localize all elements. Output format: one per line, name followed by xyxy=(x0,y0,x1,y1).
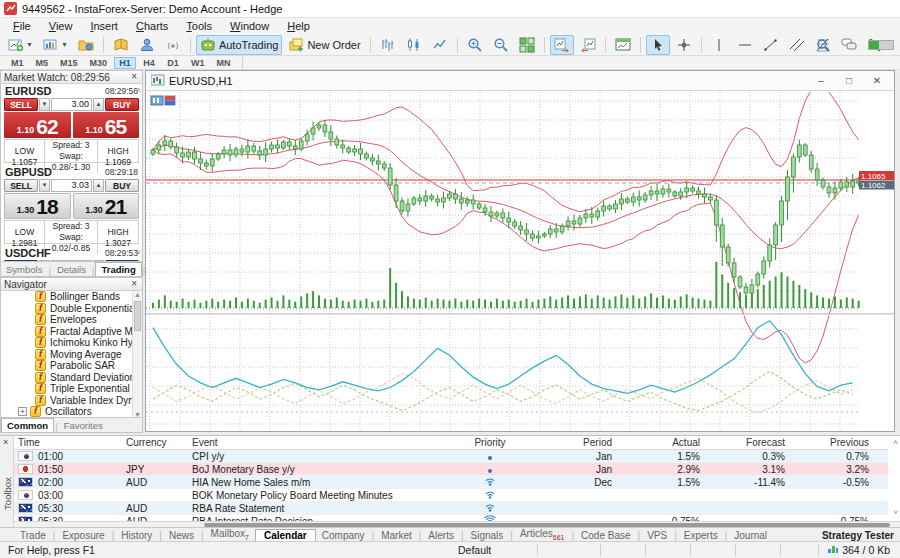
calendar-event-row[interactable]: 02:00AUDHIA New Home Sales m/mDec1.5%-11… xyxy=(14,476,888,489)
maximize-icon[interactable]: □ xyxy=(843,75,855,86)
autotrading-button[interactable]: AutoTrading xyxy=(196,35,283,55)
sell-button[interactable]: SELL xyxy=(4,179,38,192)
expand-icon[interactable]: + xyxy=(18,407,27,416)
calendar-event-row[interactable]: 01:50JPYBoJ Monetary Base y/yJan2.9%3.1%… xyxy=(14,463,888,476)
menu-item-file[interactable]: File xyxy=(4,19,40,33)
search-button[interactable] xyxy=(811,35,835,55)
profiles-button[interactable]: ▼ xyxy=(39,35,72,55)
calendar-event-row[interactable]: 05:30AUDRBA Rate Statement xyxy=(14,502,888,515)
tab-market[interactable]: Market xyxy=(375,530,418,541)
menu-item-insert[interactable]: Insert xyxy=(81,19,127,33)
tree-item-standard-deviation[interactable]: fStandard Deviation xyxy=(1,372,142,384)
tab-details[interactable]: Details xyxy=(52,263,91,276)
symbol-header[interactable]: GBPUSD08:29:18 xyxy=(1,165,142,178)
column-header-event[interactable]: Event xyxy=(192,437,432,448)
timeframe-w1-button[interactable]: W1 xyxy=(186,57,210,69)
tab-code-base[interactable]: Code Base xyxy=(575,530,636,541)
menu-item-view[interactable]: View xyxy=(40,19,82,33)
timeframe-mn-button[interactable]: MN xyxy=(212,57,236,69)
timeframe-h4-button[interactable]: H4 xyxy=(138,57,160,69)
close-icon[interactable]: ✕ xyxy=(871,75,883,86)
scroll-down-icon[interactable]: ˅ xyxy=(893,508,898,517)
navigator-scrollbar[interactable]: ▲ ▼ xyxy=(132,291,142,418)
column-header-actual[interactable]: Actual xyxy=(620,437,708,448)
tree-item-envelopes[interactable]: fEnvelopes xyxy=(1,314,142,326)
history-center-button[interactable] xyxy=(74,35,98,55)
column-header-time[interactable]: Time xyxy=(14,437,126,448)
candlestick-chart-button[interactable] xyxy=(402,35,426,55)
tab-symbols[interactable]: Symbols xyxy=(1,263,47,276)
scroll-up-icon[interactable]: ˄ xyxy=(893,438,898,447)
symbol-header[interactable]: USDCHF08:29:53 xyxy=(1,246,142,259)
tree-item-double-exponential[interactable]: fDouble Exponential xyxy=(1,303,142,315)
channel-button[interactable] xyxy=(785,35,809,55)
calendar-event-row[interactable]: 03:00BOK Monetary Policy Board Meeting M… xyxy=(14,489,888,502)
zoom-in-button[interactable] xyxy=(463,35,487,55)
horizontal-line-button[interactable] xyxy=(733,35,757,55)
tile-windows-button[interactable] xyxy=(515,35,539,55)
timeframe-h1-button[interactable]: H1 xyxy=(114,57,136,69)
tab-vps[interactable]: VPS xyxy=(641,530,673,541)
timeframe-m5-button[interactable]: M5 xyxy=(31,57,54,69)
tree-item-triple-exponential-m[interactable]: fTriple Exponential M xyxy=(1,383,142,395)
chart-shift-button[interactable] xyxy=(576,35,600,55)
tab-alerts[interactable]: Alerts xyxy=(422,530,460,541)
menu-item-help[interactable]: Help xyxy=(278,19,319,33)
chevron-up-icon[interactable]: ▲ xyxy=(93,179,104,192)
indicators-button[interactable] xyxy=(611,35,635,55)
tab-news[interactable]: News xyxy=(163,530,200,541)
menu-item-window[interactable]: Window xyxy=(221,19,278,33)
crosshair-button[interactable] xyxy=(672,35,696,55)
bar-chart-button[interactable] xyxy=(376,35,400,55)
volume-value[interactable]: 3.00 xyxy=(51,98,92,111)
close-icon[interactable]: × xyxy=(3,437,8,447)
scrollbar-thumb[interactable] xyxy=(134,301,141,331)
tab-trade[interactable]: Trade xyxy=(14,530,52,541)
close-icon[interactable]: × xyxy=(129,279,139,289)
navigator-toggle-button[interactable] xyxy=(135,35,159,55)
sell-button[interactable]: SELL xyxy=(4,98,38,111)
auto-scroll-button[interactable] xyxy=(550,35,574,55)
zoom-out-button[interactable] xyxy=(489,35,513,55)
tree-item-fractal-adaptive-mo[interactable]: fFractal Adaptive Mo xyxy=(1,326,142,338)
tree-item-oscillators[interactable]: +fOscillators xyxy=(1,406,142,418)
chart-canvas[interactable]: 1.10651.1062 xyxy=(146,92,894,431)
market-watch-toggle-button[interactable] xyxy=(109,35,133,55)
chevron-up-icon[interactable]: ▲ xyxy=(93,98,104,111)
signals-button[interactable] xyxy=(161,35,185,55)
tab-history[interactable]: History xyxy=(115,530,158,541)
new-order-button[interactable]: New Order xyxy=(284,35,364,55)
bid-price-box[interactable]: 1.3018 xyxy=(4,193,71,219)
tab-articles[interactable]: Articles661 xyxy=(514,528,570,541)
timeframe-m15-button[interactable]: M15 xyxy=(55,57,83,69)
chevron-down-icon[interactable]: ▼ xyxy=(39,179,50,192)
column-header-period[interactable]: Period xyxy=(548,437,620,448)
scroll-down-icon[interactable]: ˅ xyxy=(136,249,141,257)
ask-price-box[interactable]: 1.3021 xyxy=(73,193,140,219)
column-header-priority[interactable]: Priority xyxy=(432,437,548,448)
tab-mailbox[interactable]: Mailbox7 xyxy=(205,528,255,541)
tab-company[interactable]: Company xyxy=(316,530,371,541)
line-chart-button[interactable] xyxy=(428,35,452,55)
trendline-button[interactable] xyxy=(759,35,783,55)
status-profile[interactable]: Default xyxy=(458,544,491,556)
timeframe-m30-button[interactable]: M30 xyxy=(85,57,113,69)
tab-experts[interactable]: Experts xyxy=(678,530,724,541)
tree-item-moving-average[interactable]: fMoving Average xyxy=(1,349,142,361)
tab-favorites[interactable]: Favorites xyxy=(59,419,108,432)
tab-exposure[interactable]: Exposure xyxy=(56,530,110,541)
tab-journal[interactable]: Journal xyxy=(728,530,773,541)
chevron-down-icon[interactable]: ▼ xyxy=(39,98,50,111)
column-header-forecast[interactable]: Forecast xyxy=(708,437,793,448)
minimize-icon[interactable]: – xyxy=(815,75,827,86)
volume-value[interactable]: 3.03 xyxy=(51,179,92,192)
tree-item-parabolic-sar[interactable]: fParabolic SAR xyxy=(1,360,142,372)
chat-button[interactable] xyxy=(837,35,861,55)
column-header-previous[interactable]: Previous xyxy=(793,437,873,448)
new-chart-button[interactable]: ▼ xyxy=(4,35,37,55)
cursor-button[interactable] xyxy=(646,35,670,55)
timeframe-d1-button[interactable]: D1 xyxy=(162,57,184,69)
strategy-tester-button[interactable]: Strategy Tester xyxy=(822,530,894,541)
menu-item-tools[interactable]: Tools xyxy=(177,19,221,33)
scroll-up-icon[interactable]: ˄ xyxy=(136,87,141,95)
